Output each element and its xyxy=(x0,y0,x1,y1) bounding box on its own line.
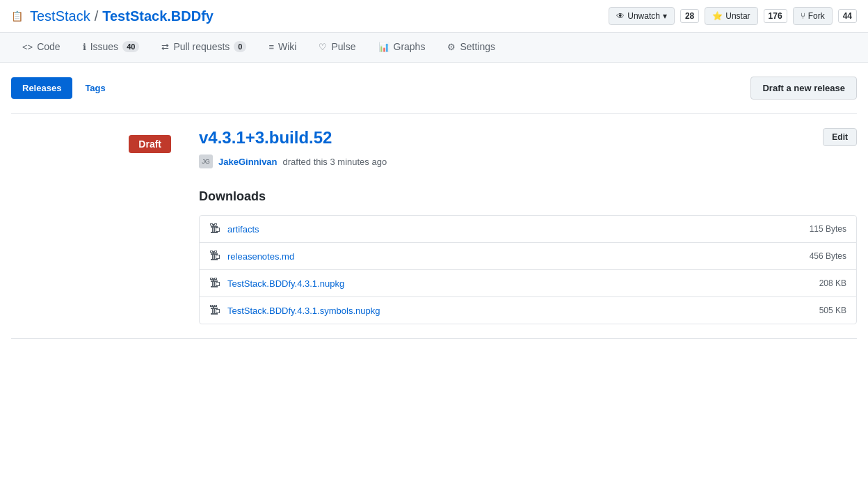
release-meta-text: drafted this 3 minutes ago xyxy=(283,157,387,167)
release-list: Draft v4.3.1+3.build.52 Edit JG JakeGinn… xyxy=(11,113,857,339)
list-item: 🗜 TestStack.BDDfy.4.3.1.nupkg 208 KB xyxy=(200,270,856,297)
tab-graphs[interactable]: 📊 Graphs xyxy=(367,33,437,62)
release-main: v4.3.1+3.build.52 Edit JG JakeGinnivan d… xyxy=(192,128,857,324)
file-size-artifacts: 115 Bytes xyxy=(810,224,846,234)
eye-icon: 👁 xyxy=(616,11,625,21)
download-left: 🗜 releasenotes.md xyxy=(209,250,294,262)
draft-new-release-button[interactable]: Draft a new release xyxy=(750,77,857,100)
repo-header: 📋 TestStack / TestStack.BDDfy 👁 Unwatch … xyxy=(0,0,868,33)
file-link-symbols-nupkg[interactable]: TestStack.BDDfy.4.3.1.symbols.nupkg xyxy=(227,306,380,316)
star-button[interactable]: ⭐ Unstar xyxy=(705,7,757,25)
draft-badge: Draft xyxy=(129,135,171,153)
tab-code[interactable]: <> Code xyxy=(11,33,72,62)
book-icon: 📋 xyxy=(11,10,23,22)
watch-dropdown-icon: ▾ xyxy=(663,11,667,21)
file-link-artifacts[interactable]: artifacts xyxy=(227,224,259,235)
file-link-releasenotes[interactable]: releasenotes.md xyxy=(227,251,294,262)
file-size-symbols-nupkg: 505 KB xyxy=(819,306,846,315)
downloads-title: Downloads xyxy=(199,189,857,204)
tab-wiki[interactable]: ≡ Wiki xyxy=(257,33,307,62)
tab-issues[interactable]: ℹ Issues 40 xyxy=(72,33,151,62)
wiki-icon: ≡ xyxy=(268,42,274,52)
header-actions: 👁 Unwatch ▾ 28 ⭐ Unstar 176 ⑂ Fork 44 xyxy=(609,7,857,25)
page-content: Releases Tags Draft a new release Draft … xyxy=(0,63,868,353)
repo-name[interactable]: TestStack.BDDfy xyxy=(102,8,214,24)
code-icon: <> xyxy=(22,42,33,52)
nav-tabs: <> Code ℹ Issues 40 ⇄ Pull requests 0 ≡ … xyxy=(0,33,868,63)
release-meta: JG JakeGinnivan drafted this 3 minutes a… xyxy=(199,155,857,168)
tab-settings[interactable]: ⚙ Settings xyxy=(436,33,506,62)
watch-button[interactable]: 👁 Unwatch ▾ xyxy=(609,7,675,25)
downloads-section: Downloads 🗜 artifacts 115 Bytes 🗜 xyxy=(199,189,857,324)
settings-icon: ⚙ xyxy=(447,42,456,52)
edit-release-button[interactable]: Edit xyxy=(823,128,857,146)
file-link-nupkg[interactable]: TestStack.BDDfy.4.3.1.nupkg xyxy=(227,278,344,289)
fork-icon: ⑂ xyxy=(801,11,805,21)
release-sidebar: Draft xyxy=(11,128,192,324)
table-row: Draft v4.3.1+3.build.52 Edit JG JakeGinn… xyxy=(11,114,857,339)
release-title[interactable]: v4.3.1+3.build.52 xyxy=(199,128,332,148)
tags-tab[interactable]: Tags xyxy=(74,77,116,99)
release-header-row: v4.3.1+3.build.52 Edit xyxy=(199,128,857,155)
issues-count: 40 xyxy=(122,41,139,52)
avatar: JG xyxy=(199,155,213,168)
file-icon: 🗜 xyxy=(209,250,220,262)
file-icon: 🗜 xyxy=(209,277,220,290)
list-item: 🗜 TestStack.BDDfy.4.3.1.symbols.nupkg 50… xyxy=(200,297,856,324)
tab-pulse[interactable]: ♡ Pulse xyxy=(307,33,367,62)
download-left: 🗜 TestStack.BDDfy.4.3.1.symbols.nupkg xyxy=(209,304,380,317)
file-size-nupkg: 208 KB xyxy=(819,278,846,288)
star-count: 176 xyxy=(764,9,787,23)
fork-button[interactable]: ⑂ Fork xyxy=(793,7,833,25)
file-icon: 🗜 xyxy=(209,304,220,317)
file-archive-icon: 🗜 xyxy=(209,223,220,235)
issue-icon: ℹ xyxy=(83,42,86,52)
graphs-icon: 📊 xyxy=(378,42,389,52)
star-icon: ⭐ xyxy=(712,11,723,21)
repo-separator: / xyxy=(95,8,99,24)
repo-title: 📋 TestStack / TestStack.BDDfy xyxy=(11,8,214,24)
releases-tab[interactable]: Releases xyxy=(11,77,72,99)
pulse-icon: ♡ xyxy=(319,42,327,52)
fork-count: 44 xyxy=(838,9,857,23)
pr-icon: ⇄ xyxy=(161,42,169,52)
watch-count: 28 xyxy=(680,9,699,23)
download-left: 🗜 artifacts xyxy=(209,223,259,235)
list-item: 🗜 artifacts 115 Bytes xyxy=(200,216,856,243)
download-left: 🗜 TestStack.BDDfy.4.3.1.nupkg xyxy=(209,277,344,290)
repo-org[interactable]: TestStack xyxy=(30,8,90,24)
list-item: 🗜 releasenotes.md 456 Bytes xyxy=(200,243,856,270)
releases-tabs: Releases Tags xyxy=(11,77,117,99)
release-author[interactable]: JakeGinnivan xyxy=(218,157,278,167)
pr-count: 0 xyxy=(234,41,246,52)
file-size-releasenotes: 456 Bytes xyxy=(810,251,846,261)
download-list: 🗜 artifacts 115 Bytes 🗜 releasenotes.md … xyxy=(199,215,857,324)
tab-pull-requests[interactable]: ⇄ Pull requests 0 xyxy=(150,33,257,62)
releases-header: Releases Tags Draft a new release xyxy=(11,77,857,100)
